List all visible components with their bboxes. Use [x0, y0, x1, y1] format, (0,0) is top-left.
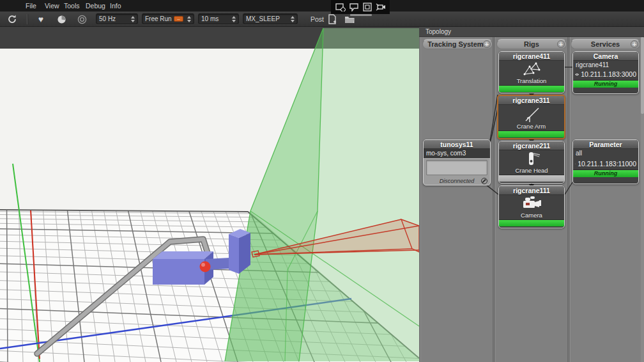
menu-view[interactable]: View — [42, 1, 62, 10]
toolbar-separator — [27, 14, 27, 24]
profile-dropdown[interactable]: MX_SLEEP — [243, 13, 298, 24]
service-address: 10.211.1.183:11000 — [578, 160, 636, 168]
rig-node-label: Crane Head — [499, 167, 564, 174]
target-icon[interactable] — [74, 13, 89, 25]
sync-mode-value: Free Run — [145, 15, 172, 22]
service-node-camera[interactable]: Camera rigcrane411 10.211.1.183:3000 Run… — [572, 51, 639, 94]
frame-box-icon[interactable] — [362, 3, 372, 12]
rig-status-bar — [499, 219, 564, 226]
spinner-arrows-icon — [291, 16, 295, 22]
spinner-arrows-icon — [187, 16, 191, 22]
menu-debug[interactable]: Debug — [83, 1, 108, 10]
delay-value: 10 ms — [201, 15, 229, 22]
rate-dropdown[interactable]: 50 Hz — [96, 13, 138, 24]
camera-track-icon[interactable] — [376, 3, 386, 12]
translation-icon — [499, 61, 564, 78]
rig-status-bar — [499, 85, 564, 92]
tracking-status: Disconnected — [424, 177, 490, 185]
rig-status-bar — [498, 130, 564, 138]
eye-icon — [575, 72, 579, 77]
service-rig-label: all — [573, 149, 638, 157]
stats-pie-icon[interactable] — [54, 13, 69, 25]
new-document-icon[interactable] — [326, 13, 339, 25]
service-status-bar: Running — [573, 169, 638, 177]
sync-status-led: – — [174, 16, 183, 22]
tracking-driver-label: mo-sys, com3 — [424, 149, 490, 158]
service-node-title: Camera — [573, 52, 638, 61]
rig-node-title: rigcrane311 — [498, 96, 564, 105]
main-toolbar: ♥ 50 Hz Free Run – 10 ms MX_SLEEP Post — [0, 12, 644, 27]
rig-node-label: Translation — [499, 77, 564, 84]
post-label: Post — [310, 15, 324, 23]
tracking-node-tunosys11[interactable]: tunosys11 mo-sys, com3 Disconnected — [423, 139, 491, 185]
menu-file[interactable]: File — [23, 1, 39, 10]
spinner-arrows-icon — [131, 16, 135, 22]
rig-node-title: rigcrane411 — [499, 52, 564, 61]
service-address: 10.211.1.183:3000 — [581, 70, 636, 78]
pointer-chat-icon[interactable] — [349, 3, 359, 12]
service-node-parameter[interactable]: Parameter all 10.211.1.183:11000 Running — [572, 139, 639, 184]
rig-node-rigcrane211[interactable]: rigcrane211 Crane Head — [498, 141, 565, 184]
profile-value: MX_SLEEP — [246, 15, 288, 22]
tracking-node-title: tunosys11 — [424, 140, 490, 149]
rig-node-title: rigcrane211 — [499, 141, 564, 150]
service-node-title: Parameter — [573, 140, 638, 149]
tracking-marker-sphere — [200, 262, 211, 272]
hud-drag-handle[interactable] — [350, 14, 372, 16]
rig-node-label: Camera — [499, 212, 564, 219]
rig-status-bar — [499, 175, 564, 182]
crane-arm-icon — [498, 106, 564, 123]
delay-dropdown[interactable]: 10 ms — [198, 13, 239, 24]
parameter-icon — [575, 161, 576, 167]
refresh-icon[interactable] — [5, 13, 19, 25]
topology-panel: Topology Tracking Systems + Rigs + Servi… — [419, 27, 644, 362]
crane-head-icon — [499, 151, 564, 168]
hud-icon-cluster — [331, 0, 390, 14]
screen-add-icon[interactable] — [335, 3, 346, 12]
rig-node-label: Crane Arm — [498, 123, 564, 130]
rig-node-rigcrane311[interactable]: rigcrane311 Crane Arm — [497, 95, 565, 139]
viewport-scene — [0, 27, 419, 362]
3d-viewport[interactable] — [0, 27, 419, 362]
rate-value: 50 Hz — [99, 15, 128, 22]
application-window: File View Tools Debug Info ♥ — [0, 0, 644, 362]
sync-mode-dropdown[interactable]: Free Run – — [142, 13, 194, 24]
service-status-bar: Running — [573, 80, 638, 88]
tracking-status-label: Disconnected — [440, 178, 475, 184]
service-rig-label: rigcrane411 — [573, 61, 638, 69]
menu-info[interactable]: Info — [107, 1, 124, 10]
rig-node-rigcrane111[interactable]: rigcrane111 Camera — [498, 185, 565, 228]
menu-bar: File View Tools Debug Info — [0, 0, 644, 12]
rig-node-rigcrane411[interactable]: rigcrane411 Translation — [498, 51, 565, 93]
disconnected-icon[interactable] — [481, 178, 487, 184]
tracking-data-panel — [426, 160, 487, 175]
favorite-heart-icon[interactable]: ♥ — [33, 13, 49, 25]
spinner-arrows-icon — [232, 16, 236, 22]
film-camera-icon — [499, 196, 564, 212]
menu-tools[interactable]: Tools — [61, 1, 82, 10]
rig-node-title: rigcrane111 — [499, 186, 564, 195]
